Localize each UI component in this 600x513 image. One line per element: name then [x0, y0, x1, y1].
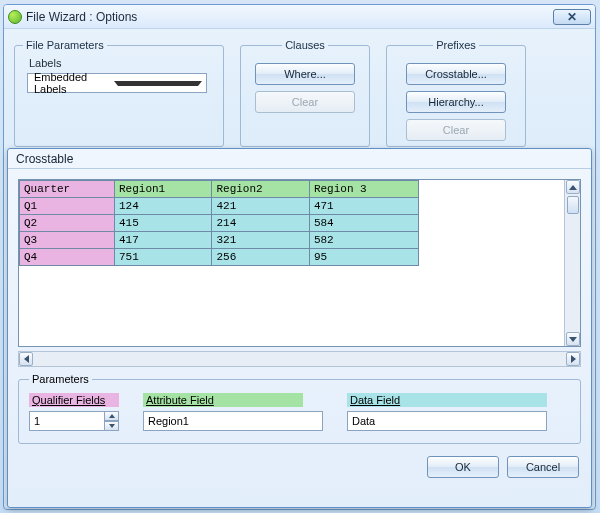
cell-quarter[interactable]: Q2 — [20, 215, 115, 232]
spinner-up-icon[interactable] — [104, 411, 119, 421]
col-region1[interactable]: Region1 — [115, 181, 212, 198]
cell-value[interactable]: 214 — [212, 215, 309, 232]
where-button[interactable]: Where... — [255, 63, 355, 85]
labels-caption: Labels — [29, 57, 215, 69]
data-field-input[interactable]: Data — [347, 411, 547, 431]
table-row: Q4 751 256 95 — [20, 249, 419, 266]
table-row: Q1 124 421 471 — [20, 198, 419, 215]
cell-value[interactable]: 584 — [309, 215, 418, 232]
prefixes-group: Prefixes Crosstable... Hierarchy... Clea… — [386, 39, 526, 147]
cell-value[interactable]: 751 — [115, 249, 212, 266]
cell-value[interactable]: 124 — [115, 198, 212, 215]
cell-value[interactable]: 321 — [212, 232, 309, 249]
crosstable-title: Crosstable — [8, 149, 591, 169]
spinner-down-icon[interactable] — [104, 421, 119, 431]
labels-select-value: Embedded Labels — [34, 71, 114, 95]
parameters-group: Parameters Qualifier Fields 1 Attribute … — [18, 373, 581, 444]
crosstable-grid: Quarter Region1 Region2 Region 3 Q1 124 … — [19, 180, 419, 266]
col-region3[interactable]: Region 3 — [309, 181, 418, 198]
crosstable-dialog: Crosstable Quarter Region1 Region2 Regio… — [7, 148, 592, 508]
attribute-field-value: Region1 — [148, 415, 189, 427]
data-field-label: Data Field — [347, 393, 547, 407]
ok-button[interactable]: OK — [427, 456, 499, 478]
cell-value[interactable]: 95 — [309, 249, 418, 266]
app-icon — [8, 10, 22, 24]
clauses-clear-button[interactable]: Clear — [255, 91, 355, 113]
cell-value[interactable]: 471 — [309, 198, 418, 215]
window-title: File Wizard : Options — [26, 10, 137, 24]
close-icon: ✕ — [567, 10, 577, 24]
chevron-down-icon — [114, 81, 202, 86]
crosstable-preview: Quarter Region1 Region2 Region 3 Q1 124 … — [18, 179, 581, 347]
crosstable-button[interactable]: Crosstable... — [406, 63, 506, 85]
prefixes-legend: Prefixes — [433, 39, 479, 51]
scroll-up-icon[interactable] — [566, 180, 580, 194]
cell-value[interactable]: 582 — [309, 232, 418, 249]
cell-value[interactable]: 415 — [115, 215, 212, 232]
cell-quarter[interactable]: Q4 — [20, 249, 115, 266]
file-parameters-legend: File Parameters — [23, 39, 107, 51]
col-region2[interactable]: Region2 — [212, 181, 309, 198]
scroll-down-icon[interactable] — [566, 332, 580, 346]
parameters-legend: Parameters — [29, 373, 92, 385]
cell-value[interactable]: 256 — [212, 249, 309, 266]
cell-value[interactable]: 421 — [212, 198, 309, 215]
close-button[interactable]: ✕ — [553, 9, 591, 25]
qualifier-fields-spinner[interactable]: 1 — [29, 411, 119, 431]
table-row: Q3 417 321 582 — [20, 232, 419, 249]
qualifier-fields-value: 1 — [34, 415, 40, 427]
cell-quarter[interactable]: Q3 — [20, 232, 115, 249]
horizontal-scrollbar[interactable] — [18, 351, 581, 367]
scroll-thumb[interactable] — [567, 196, 579, 214]
prefixes-clear-button[interactable]: Clear — [406, 119, 506, 141]
cell-value[interactable]: 417 — [115, 232, 212, 249]
hierarchy-button[interactable]: Hierarchy... — [406, 91, 506, 113]
table-row: Q2 415 214 584 — [20, 215, 419, 232]
vertical-scrollbar[interactable] — [564, 180, 580, 346]
scroll-left-icon[interactable] — [19, 352, 33, 366]
qualifier-fields-label: Qualifier Fields — [29, 393, 119, 407]
col-quarter[interactable]: Quarter — [20, 181, 115, 198]
cancel-button[interactable]: Cancel — [507, 456, 579, 478]
data-field-value: Data — [352, 415, 375, 427]
attribute-field-label: Attribute Field — [143, 393, 303, 407]
scroll-right-icon[interactable] — [566, 352, 580, 366]
clauses-legend: Clauses — [282, 39, 328, 51]
file-parameters-group: File Parameters Labels Embedded Labels — [14, 39, 224, 147]
title-bar: File Wizard : Options ✕ — [4, 5, 595, 29]
clauses-group: Clauses Where... Clear — [240, 39, 370, 147]
cell-quarter[interactable]: Q1 — [20, 198, 115, 215]
table-header-row: Quarter Region1 Region2 Region 3 — [20, 181, 419, 198]
labels-select[interactable]: Embedded Labels — [27, 73, 207, 93]
dialog-actions: OK Cancel — [8, 452, 591, 488]
attribute-field-input[interactable]: Region1 — [143, 411, 323, 431]
